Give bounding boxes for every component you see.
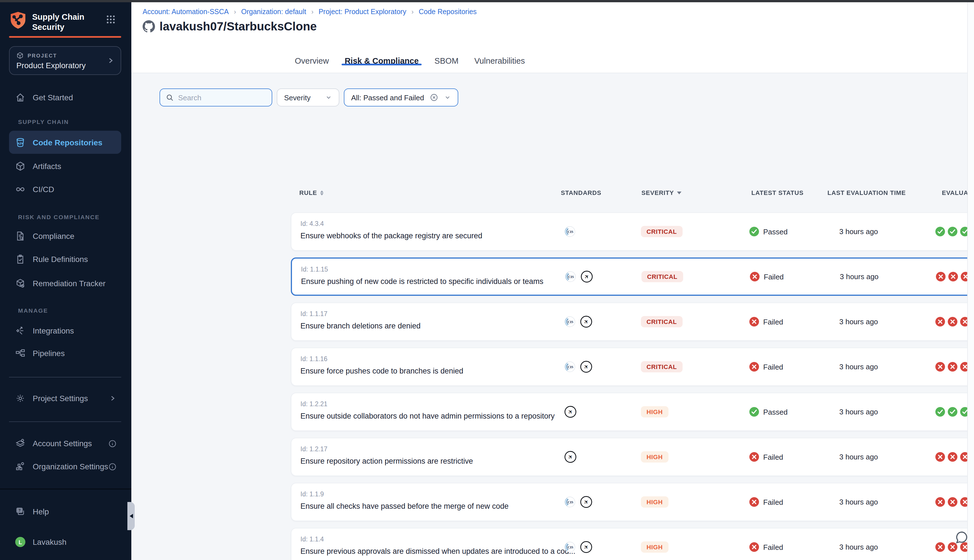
- table-row[interactable]: Id: 1.1.17 Ensure branch deletions are d…: [291, 303, 974, 341]
- column-header-rule[interactable]: RULE: [299, 189, 323, 196]
- sidebar-item-label: Rule Definitions: [33, 255, 88, 264]
- sidebar-item-label: Get Started: [33, 93, 73, 102]
- rule-id: Id: 4.3.4: [300, 220, 324, 227]
- severity-badge: CRITICAL: [641, 271, 683, 282]
- filter-bar: Severity All: Passed and Failed: [160, 88, 459, 107]
- sidebar-item-compliance[interactable]: Compliance: [9, 227, 121, 246]
- box-wrench-icon: [15, 278, 25, 288]
- owasp-standard-icon: ✈: [580, 496, 592, 508]
- tab-risk-and-compliance[interactable]: Risk & Compliance: [344, 51, 420, 73]
- breadcrumb-code-repositories[interactable]: Code Repositories: [419, 8, 477, 16]
- standards-cell: ✈: [564, 406, 577, 418]
- table-row[interactable]: Id: 1.2.17 Ensure repository action perm…: [291, 438, 974, 476]
- svg-text:CIS: CIS: [568, 320, 573, 324]
- table-row[interactable]: Id: 4.3.4 Ensure webhooks of the package…: [291, 212, 974, 251]
- clear-filter-icon[interactable]: [430, 93, 439, 102]
- sidebar-item-help[interactable]: ? Help: [9, 502, 121, 521]
- last-evaluation-time: 3 hours ago: [839, 408, 878, 416]
- last-evaluation-time: 3 hours ago: [839, 227, 878, 236]
- search-box[interactable]: [160, 88, 272, 107]
- collapse-arrow-icon: [129, 514, 133, 518]
- status-text: Failed: [763, 363, 783, 371]
- infinity-icon: [15, 184, 25, 194]
- app-switcher-grid-icon[interactable]: [106, 15, 115, 24]
- sidebar-item-rule-definitions[interactable]: Rule Definitions: [9, 250, 121, 269]
- sidebar: Supply ChainSecurity PROJECT Product Exp…: [0, 0, 131, 560]
- sidebar-item-account-settings[interactable]: Account Settings: [9, 434, 121, 453]
- breadcrumb: Account: Automation-SSCA› Organization: …: [143, 8, 477, 16]
- support-chat-icon[interactable]: [954, 530, 969, 545]
- gear-icon: [15, 393, 25, 403]
- table-row[interactable]: Id: 1.1.15 Ensure pushing of new code is…: [291, 257, 974, 296]
- tab-overview[interactable]: Overview: [294, 51, 330, 73]
- sidebar-item-get-started[interactable]: Get Started: [9, 88, 121, 107]
- table-row[interactable]: Id: 1.1.9 Ensure all checks have passed …: [291, 483, 974, 521]
- integrations-icon: [15, 326, 25, 336]
- sort-icon: [320, 190, 323, 195]
- rule-id: Id: 1.2.17: [300, 446, 327, 452]
- history-fail-icon: [947, 497, 958, 507]
- user-avatar: L: [15, 537, 25, 547]
- tab-vulnerabilities[interactable]: Vulnerabilities: [473, 51, 526, 73]
- last-evaluation-time: 3 hours ago: [839, 317, 878, 326]
- sort-desc-icon: [677, 191, 681, 194]
- history-fail-icon: [935, 452, 945, 462]
- sidebar-item-artifacts[interactable]: Artifacts: [9, 157, 121, 176]
- table-row[interactable]: Id: 1.2.21 Ensure outside collaborators …: [291, 393, 974, 431]
- severity-badge: CRITICAL: [641, 361, 682, 372]
- status-text: Failed: [763, 498, 783, 506]
- breadcrumb-project[interactable]: Project: Product Exploratory: [319, 8, 406, 16]
- supply-chain-security-logo-shield-icon: [9, 11, 27, 29]
- severity-badge: HIGH: [641, 542, 668, 553]
- help-chat-icon: ?: [15, 507, 25, 517]
- history-fail-icon: [935, 497, 945, 507]
- column-header-severity[interactable]: SEVERITY: [641, 189, 681, 196]
- sidebar-item-pipelines[interactable]: Pipelines: [9, 344, 121, 363]
- standards-cell: CIS✈: [564, 496, 592, 508]
- active-tab-underline: [342, 64, 422, 65]
- sidebar-item-project-settings[interactable]: Project Settings: [9, 389, 121, 408]
- sidebar-item-label: Artifacts: [33, 162, 61, 171]
- search-input[interactable]: [178, 93, 263, 102]
- table-row[interactable]: Id: 1.1.16 Ensure force pushes code to b…: [291, 348, 974, 386]
- status-icon: [749, 362, 759, 372]
- sidebar-item-label: Compliance: [33, 232, 74, 240]
- sidebar-item-integrations[interactable]: Integrations: [9, 321, 121, 340]
- info-icon: [108, 462, 117, 471]
- breadcrumb-account[interactable]: Account: Automation-SSCA: [143, 8, 229, 16]
- breadcrumb-organization[interactable]: Organization: default: [241, 8, 306, 16]
- sidebar-collapse-handle[interactable]: [127, 502, 135, 530]
- standards-cell: CIS: [564, 226, 575, 237]
- section-label-manage: MANAGE: [18, 307, 48, 314]
- project-label: PROJECT: [28, 53, 57, 58]
- last-evaluation-time: 3 hours ago: [840, 272, 879, 281]
- rule-title: Ensure all checks have passed before the…: [300, 502, 509, 510]
- table-row[interactable]: Id: 1.1.4 Ensure previous approvals are …: [291, 528, 974, 560]
- rule-title: Ensure force pushes code to branches is …: [300, 367, 463, 375]
- standards-cell: CIS✈: [564, 315, 592, 328]
- standards-cell: CIS✈: [564, 360, 592, 373]
- page-scrollbar[interactable]: [967, 0, 974, 560]
- org-chart-gear-icon: [15, 462, 25, 472]
- app-title: Supply ChainSecurity: [32, 12, 84, 32]
- section-label-supply-chain: SUPPLY CHAIN: [18, 118, 69, 125]
- chevron-right-icon: [109, 394, 117, 402]
- sidebar-item-organization-settings[interactable]: Organization Settings: [9, 457, 121, 476]
- tab-sbom[interactable]: SBOM: [434, 51, 460, 73]
- severity-filter-dropdown[interactable]: Severity: [277, 88, 339, 107]
- sidebar-user[interactable]: L Lavakush: [9, 532, 121, 552]
- standards-cell: ✈: [564, 451, 577, 463]
- sidebar-item-code-repositories[interactable]: Code Repositories: [9, 131, 121, 154]
- github-icon: [143, 20, 155, 33]
- document-search-icon: [15, 231, 25, 241]
- sidebar-item-label: Project Settings: [33, 394, 88, 403]
- project-selector[interactable]: PROJECT Product Exploratory: [9, 46, 121, 75]
- layers-gear-icon: [15, 438, 25, 448]
- history-fail-icon: [947, 317, 958, 327]
- severity-filter-label: Severity: [284, 93, 310, 102]
- sidebar-item-cicd[interactable]: CI/CD: [9, 180, 121, 199]
- severity-badge: CRITICAL: [641, 316, 682, 327]
- avatar-initial: L: [18, 539, 22, 545]
- sidebar-item-remediation-tracker[interactable]: Remediation Tracker: [9, 274, 121, 293]
- status-filter-chip[interactable]: All: Passed and Failed: [344, 88, 459, 107]
